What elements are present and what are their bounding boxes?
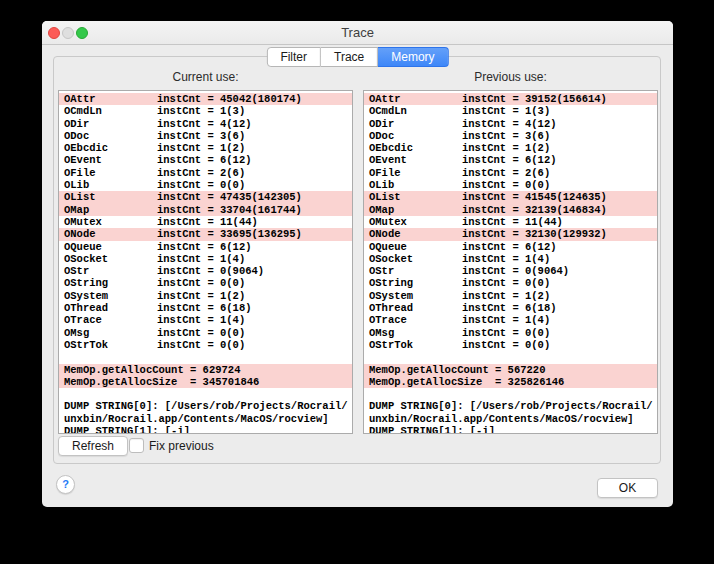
list-row[interactable]: OMap instCnt = 33704(161744) [59, 204, 352, 216]
list-row[interactable]: OQueue instCnt = 6(12) [59, 241, 352, 253]
list-row[interactable]: OMutex instCnt = 11(44) [59, 216, 352, 228]
list-row[interactable]: OQueue instCnt = 6(12) [364, 241, 657, 253]
list-row[interactable]: OTrace instCnt = 1(4) [364, 314, 657, 326]
object-name: ODoc [369, 130, 462, 142]
list-row[interactable]: ODoc instCnt = 3(6) [59, 130, 352, 142]
list-row[interactable]: DUMP STRING[1]: [-i] [364, 425, 657, 434]
list-row[interactable]: OSystem instCnt = 1(2) [364, 290, 657, 302]
object-name: OSocket [64, 253, 157, 265]
object-name: OList [64, 191, 157, 203]
fix-previous-checkbox[interactable] [129, 438, 144, 453]
window-title: Trace [42, 21, 673, 44]
list-row[interactable] [364, 388, 657, 400]
object-name: OEbcdic [64, 142, 157, 154]
list-row[interactable]: MemOp.getAllocCount = 629724 [59, 364, 352, 376]
list-row[interactable]: OEbcdic instCnt = 1(2) [364, 142, 657, 154]
list-row[interactable]: OString instCnt = 0(0) [364, 277, 657, 289]
list-row[interactable]: OList instCnt = 41545(124635) [364, 191, 657, 203]
instance-count: instCnt = 33695(136295) [157, 228, 302, 240]
list-row[interactable]: OStr instCnt = 0(9064) [59, 265, 352, 277]
list-row[interactable]: OSocket instCnt = 1(4) [364, 253, 657, 265]
instance-count: instCnt = 0(0) [157, 339, 245, 351]
list-row[interactable]: OEvent instCnt = 6(12) [59, 154, 352, 166]
list-row[interactable]: unxbin/Rocrail.app/Contents/MacOS/rocvie… [59, 413, 352, 425]
list-row[interactable] [364, 351, 657, 363]
fix-previous-option[interactable]: Fix previous [129, 438, 214, 453]
instance-count: instCnt = 11(44) [462, 216, 563, 228]
row-text: DUMP STRING[1]: [-i] [64, 425, 190, 434]
list-row[interactable]: MemOp.getAllocSize = 345701846 [59, 376, 352, 388]
instance-count: instCnt = 0(0) [157, 327, 245, 339]
list-row[interactable]: ODir instCnt = 4(12) [59, 118, 352, 130]
object-name: OLib [64, 179, 157, 191]
instance-count: instCnt = 1(2) [157, 142, 245, 154]
instance-count: instCnt = 0(9064) [462, 265, 569, 277]
row-text: unxbin/Rocrail.app/Contents/MacOS/rocvie… [64, 413, 329, 425]
list-row[interactable]: OCmdLn instCnt = 1(3) [364, 105, 657, 117]
object-name: OQueue [64, 241, 157, 253]
list-row[interactable]: unxbin/Rocrail.app/Contents/MacOS/rocvie… [364, 413, 657, 425]
list-row[interactable]: MemOp.getAllocSize = 325826146 [364, 376, 657, 388]
tab-memory[interactable]: Memory [378, 47, 448, 67]
list-row[interactable]: OTrace instCnt = 1(4) [59, 314, 352, 326]
object-name: OStr [64, 265, 157, 277]
current-use-listbox[interactable]: OAttr instCnt = 45042(180174) OCmdLn ins… [58, 90, 353, 434]
list-row[interactable]: DUMP STRING[1]: [-i] [59, 425, 352, 434]
list-row[interactable]: ODir instCnt = 4(12) [364, 118, 657, 130]
object-name: OLib [369, 179, 462, 191]
list-row[interactable]: ONode instCnt = 32130(129932) [364, 228, 657, 240]
help-button[interactable]: ? [56, 475, 75, 494]
refresh-button[interactable]: Refresh [58, 436, 128, 456]
instance-count: instCnt = 39152(156614) [462, 93, 607, 105]
list-row[interactable]: DUMP STRING[0]: [/Users/rob/Projects/Roc… [59, 400, 352, 412]
list-row[interactable]: ODoc instCnt = 3(6) [364, 130, 657, 142]
list-row[interactable]: OEbcdic instCnt = 1(2) [59, 142, 352, 154]
object-name: OCmdLn [369, 105, 462, 117]
title-bar[interactable]: Trace [42, 21, 673, 45]
instance-count: instCnt = 6(12) [157, 154, 252, 166]
list-row[interactable]: OEvent instCnt = 6(12) [364, 154, 657, 166]
list-row[interactable]: OList instCnt = 47435(142305) [59, 191, 352, 203]
list-row[interactable]: OThread instCnt = 6(18) [59, 302, 352, 314]
list-row[interactable]: OAttr instCnt = 39152(156614) [364, 93, 657, 105]
list-row[interactable]: OString instCnt = 0(0) [59, 277, 352, 289]
list-row[interactable]: OSocket instCnt = 1(4) [59, 253, 352, 265]
list-row[interactable]: OStr instCnt = 0(9064) [364, 265, 657, 277]
list-row[interactable] [59, 388, 352, 400]
tab-trace[interactable]: Trace [321, 47, 378, 67]
object-name: ODir [369, 118, 462, 130]
list-row[interactable]: ONode instCnt = 33695(136295) [59, 228, 352, 240]
list-row[interactable]: OFile instCnt = 2(6) [364, 167, 657, 179]
list-row[interactable]: OStrTok instCnt = 0(0) [59, 339, 352, 351]
ok-button[interactable]: OK [597, 478, 658, 498]
list-row[interactable]: OMutex instCnt = 11(44) [364, 216, 657, 228]
list-row[interactable]: OLib instCnt = 0(0) [59, 179, 352, 191]
list-row[interactable]: DUMP STRING[0]: [/Users/rob/Projects/Roc… [364, 400, 657, 412]
list-row[interactable]: OMsg instCnt = 0(0) [59, 327, 352, 339]
instance-count: instCnt = 0(0) [462, 277, 550, 289]
list-row[interactable]: OMap instCnt = 32139(146834) [364, 204, 657, 216]
list-row[interactable]: OStrTok instCnt = 0(0) [364, 339, 657, 351]
previous-use-listbox[interactable]: OAttr instCnt = 39152(156614) OCmdLn ins… [363, 90, 658, 434]
instance-count: instCnt = 1(4) [157, 253, 245, 265]
list-row[interactable]: OLib instCnt = 0(0) [364, 179, 657, 191]
object-name: OString [64, 277, 157, 289]
list-row[interactable]: OSystem instCnt = 1(2) [59, 290, 352, 302]
instance-count: instCnt = 0(9064) [157, 265, 264, 277]
list-row[interactable] [59, 351, 352, 363]
object-name: OThread [369, 302, 462, 314]
list-row[interactable]: OThread instCnt = 6(18) [364, 302, 657, 314]
instance-count: instCnt = 0(0) [157, 179, 245, 191]
tab-filter[interactable]: Filter [266, 47, 321, 67]
list-row[interactable]: OFile instCnt = 2(6) [59, 167, 352, 179]
list-row[interactable]: OCmdLn instCnt = 1(3) [59, 105, 352, 117]
list-row[interactable]: MemOp.getAllocCount = 567220 [364, 364, 657, 376]
list-row[interactable]: OAttr instCnt = 45042(180174) [59, 93, 352, 105]
instance-count: instCnt = 0(0) [157, 277, 245, 289]
instance-count: instCnt = 6(12) [462, 241, 557, 253]
list-row[interactable]: OMsg instCnt = 0(0) [364, 327, 657, 339]
instance-count: instCnt = 0(0) [462, 327, 550, 339]
object-name: OAttr [369, 93, 462, 105]
object-name: OThread [64, 302, 157, 314]
object-name: ODoc [64, 130, 157, 142]
